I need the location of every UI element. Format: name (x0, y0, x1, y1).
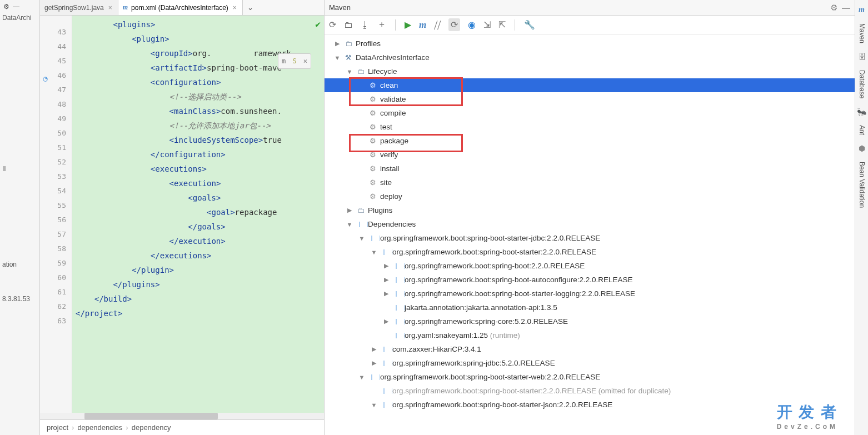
ant-icon[interactable]: 🐜 (857, 105, 866, 118)
close-icon[interactable]: × (107, 4, 113, 12)
close-icon[interactable]: × (232, 4, 238, 12)
gear-icon[interactable]: ⚙ (830, 3, 837, 13)
tab-database[interactable]: Database (857, 66, 867, 103)
maven-icon[interactable]: m (419, 19, 426, 31)
twisty-icon[interactable]: ▼ (358, 374, 366, 381)
tree-row[interactable]: ▶🗀Plugins (325, 203, 855, 217)
tree-row[interactable]: ⚙deploy (325, 189, 855, 203)
tree-row[interactable]: ▼🗀Lifecycle (325, 64, 855, 78)
maven-icon[interactable]: m (859, 3, 865, 17)
tree-row[interactable]: ⚙install (325, 162, 855, 176)
tree-row[interactable]: ▶⎹⎸⎹org.springframework:spring-jdbc:5.2.… (325, 356, 855, 370)
tree-row[interactable]: ▼⎹⎸⎹org.springframework.boot:spring-boot… (325, 398, 855, 412)
panel-title: Maven (329, 3, 351, 12)
twisty-icon[interactable]: ▼ (370, 249, 378, 256)
tree-row[interactable]: ▶🗀Profiles (325, 37, 855, 51)
tree-row[interactable]: ⎹⎸⎹jakarta.annotation:jakarta.annotation… (325, 301, 855, 314)
tab-bean-validation[interactable]: Bean Validation (857, 157, 867, 212)
tree-row[interactable]: ⚙compile (325, 106, 855, 120)
twisty-icon[interactable]: ▶ (333, 40, 341, 47)
expand-icon[interactable]: ⇲ (483, 19, 491, 30)
tree-row[interactable]: ⚙clean (325, 78, 855, 92)
skip-icon[interactable]: ⧸⧸ (434, 20, 441, 30)
download-icon[interactable]: ⭳ (361, 20, 370, 30)
twisty-icon[interactable]: ▶ (382, 276, 390, 283)
twisty-icon[interactable]: ▼ (333, 54, 341, 61)
twisty-icon[interactable]: ▼ (346, 68, 353, 75)
toggle-offline-icon[interactable]: ⟳ (448, 18, 460, 31)
h-scrollbar[interactable] (40, 413, 324, 419)
tab-pom-xml[interactable]: m pom.xml (DataArchivesInterface)× (118, 0, 243, 15)
crumb-dependency[interactable]: dependency (132, 423, 171, 432)
plus-icon[interactable]: ＋ (377, 19, 386, 31)
twisty-icon[interactable]: ▶ (346, 207, 353, 214)
run-icon[interactable]: ▶ (405, 19, 411, 30)
tree-row[interactable]: ▶⎹⎸⎹org.springframework.boot:spring-boot… (325, 273, 855, 287)
code-area[interactable]: ✔ mS× <plugins> <plugin> <groupId>org. r… (72, 16, 324, 413)
tree-row[interactable]: ▶⎹⎸⎹com.zaxxer:HikariCP:3.4.1 (325, 342, 855, 356)
target-icon[interactable]: ◉ (468, 19, 476, 30)
tree-row[interactable]: ⎹⎸⎹org.springframework.boot:spring-boot-… (325, 384, 855, 398)
tree-row[interactable]: ⚙validate (325, 92, 855, 106)
maven-header: Maven ⚙ — (325, 0, 855, 16)
collapse-icon[interactable]: ⇱ (498, 19, 506, 30)
wrench-icon[interactable]: 🔧 (524, 19, 535, 30)
twisty-icon[interactable]: ▶ (382, 290, 390, 297)
database-icon[interactable]: 🗄 (858, 50, 866, 63)
project-item[interactable]: DataArchi (1, 12, 38, 24)
tree-row[interactable]: ▶⎹⎸⎹org.springframework.boot:spring-boot… (325, 259, 855, 273)
tree-row[interactable]: ▶⎹⎸⎹org.springframework:spring-core:5.2.… (325, 314, 855, 328)
code-editor[interactable]: 434445◔464748495051525354555657585960616… (40, 16, 324, 413)
scroll-thumb[interactable] (84, 413, 218, 419)
tab-ant[interactable]: Ant (857, 121, 867, 139)
twisty-icon[interactable]: ▼ (358, 235, 366, 242)
tab-java-file[interactable]: getSpringSow1.java× (40, 0, 118, 15)
twisty-icon[interactable]: ▶ (382, 262, 390, 269)
tab-maven[interactable]: Maven (857, 19, 867, 48)
right-tool-strip: m Maven 🗄 Database 🐜 Ant ⬢ Bean Validati… (855, 0, 868, 435)
popup-hint[interactable]: mS× (278, 53, 311, 69)
tabs-dropdown-icon[interactable]: ⌄ (243, 3, 258, 12)
check-icon: ✔ (315, 19, 321, 29)
tree-row[interactable]: ▼⎹⎸⎹org.springframework.boot:spring-boot… (325, 231, 855, 245)
tree-row[interactable]: ⚙package (325, 134, 855, 148)
tree-row[interactable]: ⚙test (325, 120, 855, 134)
twisty-icon[interactable]: ▶ (370, 346, 378, 353)
tree-row[interactable]: ▶⎹⎸⎹org.springframework.boot:spring-boot… (325, 287, 855, 301)
refresh-icon[interactable]: ⟳ (329, 19, 336, 30)
editor-column: getSpringSow1.java× m pom.xml (DataArchi… (40, 0, 325, 435)
gear-icon[interactable]: ⚙ (3, 3, 9, 11)
maven-icon: m (123, 3, 128, 12)
tree-row[interactable]: ▼⎹⎸⎹Dependencies (325, 217, 855, 231)
maven-tree[interactable]: ▶🗀Profiles▼⚒DataArchivesInterface▼🗀Lifec… (325, 34, 855, 435)
crumb-project[interactable]: project (47, 423, 68, 432)
tree-row[interactable]: ⎹⎸⎹org.yaml:snakeyaml:1.25 (runtime) (325, 328, 855, 342)
crumb-dependencies[interactable]: dependencies (77, 423, 122, 432)
tree-row[interactable]: ⚙site (325, 176, 855, 189)
tree-row[interactable]: ⚙verify (325, 148, 855, 162)
minimize-icon[interactable]: — (13, 3, 19, 11)
tree-row[interactable]: ▼⎹⎸⎹org.springframework.boot:spring-boot… (325, 245, 855, 259)
tree-row[interactable]: ▼⚒DataArchivesInterface (325, 51, 855, 64)
breadcrumb: project › dependencies › dependency (40, 419, 324, 435)
minimize-icon[interactable]: — (842, 3, 850, 13)
maven-panel: Maven ⚙ — ⟳ 🗀 ⭳ ＋ ▶ m ⧸⧸ ⟳ ◉ ⇲ ⇱ 🔧 ▶🗀Pro… (325, 0, 855, 435)
folder-icon[interactable]: 🗀 (344, 20, 353, 30)
project-strip: ⚙ — DataArchi II ation 8.3.81.53 (0, 0, 40, 435)
twisty-icon[interactable]: ▼ (370, 402, 378, 408)
editor-tabs: getSpringSow1.java× m pom.xml (DataArchi… (40, 0, 324, 16)
bean-icon[interactable]: ⬢ (859, 142, 865, 155)
line-gutter: 434445◔464748495051525354555657585960616… (40, 16, 72, 413)
twisty-icon[interactable]: ▼ (346, 221, 353, 228)
twisty-icon[interactable]: ▶ (370, 359, 378, 367)
maven-toolbar: ⟳ 🗀 ⭳ ＋ ▶ m ⧸⧸ ⟳ ◉ ⇲ ⇱ 🔧 (325, 16, 855, 34)
tree-row[interactable]: ▼⎹⎸⎹org.springframework.boot:spring-boot… (325, 370, 855, 384)
twisty-icon[interactable]: ▶ (382, 318, 390, 325)
